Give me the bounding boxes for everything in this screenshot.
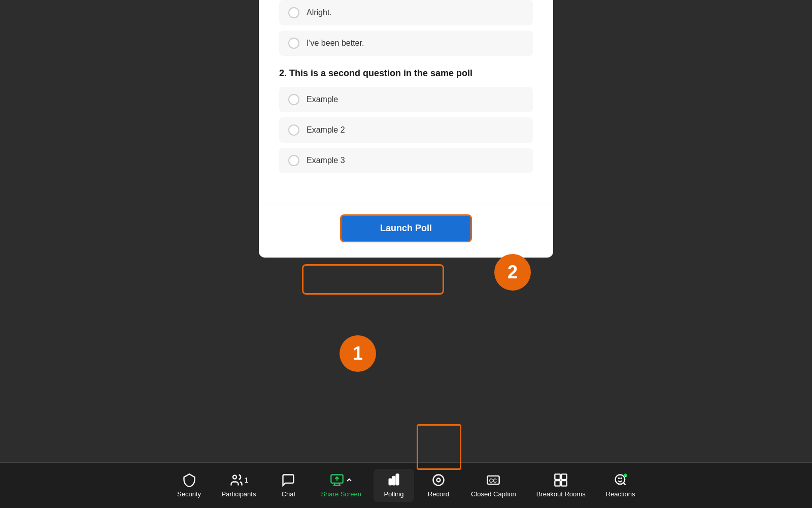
poll-content: Alright. I've been better. 2. This is a … (259, 0, 553, 194)
launch-poll-button[interactable]: Launch Poll (340, 214, 472, 242)
radio-been-better[interactable] (288, 38, 299, 49)
record-icon (431, 473, 446, 487)
badge-1: 1 (340, 335, 376, 372)
option-alright-text: Alright. (307, 8, 332, 17)
option-alright[interactable]: Alright. (279, 0, 533, 25)
svg-rect-5 (396, 474, 399, 485)
chevron-up-icon (346, 477, 352, 483)
svg-rect-12 (555, 481, 561, 486)
toolbar-item-record[interactable]: Record (418, 469, 459, 502)
option-example1[interactable]: Example (279, 87, 533, 112)
radio-alright[interactable] (288, 7, 299, 18)
record-label: Record (428, 490, 449, 498)
svg-point-7 (436, 479, 440, 482)
toolbar: Security 1 Participants Chat (0, 462, 812, 508)
participants-count: 1 (245, 476, 249, 484)
option-example3[interactable]: Example 3 (279, 148, 533, 173)
svg-text:CC: CC (489, 478, 497, 484)
toolbar-item-closed-caption[interactable]: CC Closed Caption (463, 469, 524, 502)
share-screen-icon (330, 473, 344, 487)
toolbar-item-breakout-rooms[interactable]: Breakout Rooms (528, 469, 594, 502)
svg-rect-3 (389, 479, 392, 485)
people-icon (229, 473, 244, 487)
toolbar-item-share-screen[interactable]: Share Screen (313, 469, 369, 502)
svg-point-0 (233, 475, 236, 479)
option-example2[interactable]: Example 2 (279, 117, 533, 143)
radio-example2[interactable] (288, 124, 299, 136)
option-been-better[interactable]: I've been better. (279, 30, 533, 56)
badge-2: 2 (494, 254, 531, 291)
divider (259, 204, 553, 204)
launch-btn-area: Launch Poll (259, 214, 553, 242)
svg-rect-4 (393, 477, 395, 485)
option-example3-text: Example 3 (307, 156, 345, 165)
share-screen-label: Share Screen (321, 490, 361, 498)
question2-label: 2. This is a second question in the same… (279, 68, 533, 79)
reactions-label: Reactions (606, 490, 635, 498)
svg-point-14 (615, 475, 625, 485)
participants-label: Participants (222, 490, 256, 498)
svg-rect-10 (555, 474, 561, 480)
cc-icon: CC (486, 473, 500, 487)
breakout-rooms-label: Breakout Rooms (536, 490, 586, 498)
chat-label: Chat (282, 490, 295, 498)
svg-point-6 (433, 475, 444, 486)
reactions-icon: + (614, 473, 628, 487)
breakout-icon (554, 473, 568, 487)
security-label: Security (177, 490, 201, 498)
chat-icon (281, 473, 295, 487)
radio-example1[interactable] (288, 94, 299, 105)
svg-rect-13 (561, 481, 567, 486)
svg-rect-11 (561, 474, 567, 480)
radio-example3[interactable] (288, 155, 299, 166)
shield-icon (182, 473, 196, 487)
toolbar-item-polling[interactable]: Polling (374, 469, 414, 502)
poll-panel: Alright. I've been better. 2. This is a … (259, 0, 553, 258)
toolbar-item-reactions[interactable]: + Reactions (598, 469, 644, 502)
polling-label: Polling (384, 490, 403, 498)
toolbar-item-security[interactable]: Security (169, 469, 210, 502)
polling-icon (387, 473, 401, 487)
option-example2-text: Example 2 (307, 125, 345, 135)
toolbar-item-chat[interactable]: Chat (268, 469, 309, 502)
toolbar-item-participants[interactable]: 1 Participants (214, 469, 264, 502)
option-been-better-text: I've been better. (307, 39, 364, 48)
svg-text:+: + (624, 474, 626, 478)
option-example1-text: Example (307, 95, 338, 104)
closed-caption-label: Closed Caption (471, 490, 516, 498)
